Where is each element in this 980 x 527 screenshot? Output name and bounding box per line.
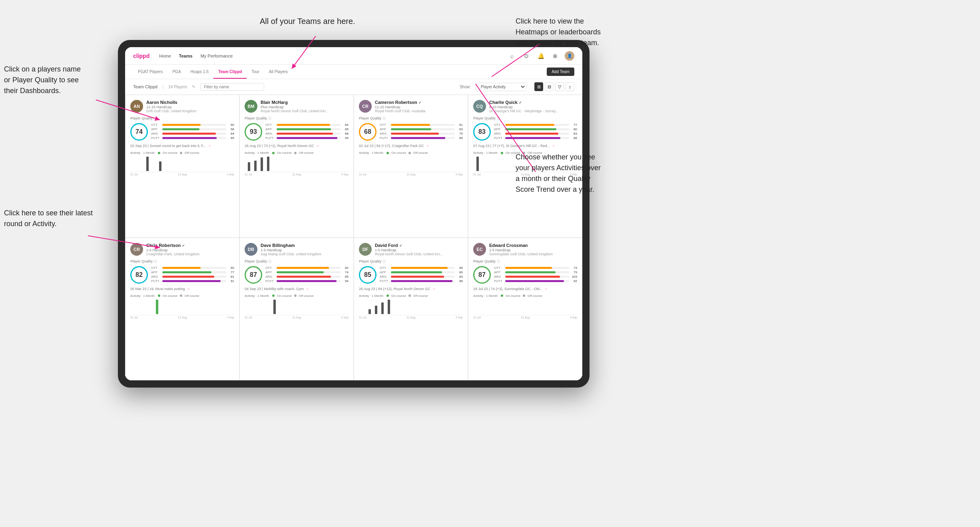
quality-circle[interactable]: 82: [130, 266, 148, 284]
latest-round[interactable]: 02 Sep 23 | Sunset round to get back int…: [130, 144, 234, 148]
player-club: Royal North Devon Golf Club, United Kin.…: [261, 109, 349, 113]
quality-section[interactable]: 82 OTT 60 APP 77 ARG 81 PUTT 91: [130, 266, 234, 284]
activity-title: Activity · 1 Month: [130, 151, 155, 155]
edit-icon[interactable]: ✎: [192, 84, 195, 89]
activity-section: Activity · 1 Month On course Off course …: [245, 151, 349, 176]
list-view-button[interactable]: ⊟: [545, 82, 554, 91]
tab-pga[interactable]: PGA: [167, 65, 185, 79]
player-name[interactable]: David Ford ✓: [375, 243, 463, 248]
tab-pgat-players[interactable]: PGAT Players: [133, 65, 167, 79]
activity-title: Activity · 1 Month: [359, 151, 383, 155]
view-icons: ⊞ ⊟ ▽ ↕: [534, 82, 574, 91]
latest-round[interactable]: 05 Mar 23 | 19, Must make putting →: [130, 287, 234, 291]
callout-teams: All of your Teams are here.: [260, 17, 355, 26]
avatar[interactable]: 👤: [565, 51, 574, 61]
player-card[interactable]: BM Blair McHarg Plus Handicap Royal Nort…: [239, 95, 354, 238]
sort-button[interactable]: ↕: [566, 82, 574, 91]
show-select[interactable]: Player Activity Quality Score Trend: [476, 83, 526, 91]
quality-circle[interactable]: 85: [359, 266, 376, 284]
quality-circle[interactable]: 87: [245, 266, 262, 284]
player-info: Aaron Nicholls 11-15 Handicap Drift Golf…: [146, 100, 234, 113]
nav-teams[interactable]: Teams: [179, 54, 193, 58]
activity-legend: On course Off course: [386, 151, 428, 155]
quality-label: Player Quality ⓘ: [130, 116, 234, 121]
player-name[interactable]: Blair McHarg: [261, 100, 349, 105]
tablet-frame: clippd Home Teams My Performance ⌕ ⊙ 🔔 ⊕…: [118, 40, 590, 388]
activity-header: Activity · 1 Month On course Off course: [359, 151, 463, 155]
player-card[interactable]: DF David Ford ✓ 1-5 Handicap Royal North…: [354, 238, 468, 381]
activity-section: Activity · 1 Month On course Off course …: [359, 294, 463, 319]
players-grid: AN Aaron Nicholls 11-15 Handicap Drift G…: [125, 95, 582, 380]
quality-section[interactable]: 87 OTT 73 APP 79 ARG 103 PUTT 92: [473, 266, 577, 284]
player-name[interactable]: Charlie Quick ✓: [489, 100, 577, 105]
stats-bars: OTT 82 APP 74 ARG 85 PUTT 94: [265, 266, 349, 284]
quality-section[interactable]: 93 OTT 84 APP 85 ARG 88 PUTT 95: [245, 123, 349, 141]
chart-labels: 31 Jul21 Aug4 Sep: [245, 173, 349, 176]
quality-circle[interactable]: 83: [473, 123, 491, 141]
grid-view-button[interactable]: ⊞: [534, 82, 543, 91]
chart-labels: 31 Jul21 Aug4 Sep: [245, 316, 349, 319]
bell-icon[interactable]: 🔔: [536, 51, 546, 61]
quality-section[interactable]: 68 OTT 61 APP 63 ARG 75 PUTT 85: [359, 123, 463, 141]
player-avatar: DF: [359, 243, 372, 256]
oncourse-dot: [386, 152, 389, 154]
team-count: 14 Players: [168, 85, 187, 89]
player-card[interactable]: CR Cameron Robertson ✓ 11-15 Handicap Ro…: [354, 95, 468, 238]
oncourse-dot: [158, 152, 160, 154]
quality-circle[interactable]: 87: [473, 266, 491, 284]
quality-section[interactable]: 83 OTT 77 APP 80 ARG 83 PUTT 86: [473, 123, 577, 141]
circle-icon[interactable]: ⊕: [550, 51, 560, 61]
add-team-button[interactable]: Add Team: [547, 68, 574, 76]
quality-circle[interactable]: 93: [245, 123, 262, 141]
search-icon[interactable]: ⌕: [507, 51, 517, 61]
user-icon[interactable]: ⊙: [522, 51, 531, 61]
player-name[interactable]: Edward Crossman: [489, 243, 577, 248]
activity-header: Activity · 1 Month On course Off course: [130, 151, 234, 155]
player-name[interactable]: Aaron Nicholls: [146, 100, 234, 105]
player-handicap: 6-10 Handicap: [489, 105, 577, 109]
quality-circle[interactable]: 68: [359, 123, 376, 141]
nav-performance[interactable]: My Performance: [201, 54, 233, 58]
player-club: Sunningdale Golf Club, United Kingdom: [489, 252, 577, 256]
filter-button[interactable]: ▽: [555, 82, 564, 91]
latest-round-arrow: →: [207, 144, 211, 148]
quality-section[interactable]: 74 OTT 60 APP 58 ARG 84 PUTT 85: [130, 123, 234, 141]
latest-round[interactable]: 04 Sep 23 | Mobility with coach, Gym →: [245, 287, 349, 291]
player-card[interactable]: DB Dave Billingham 1-5 Handicap Sag Main…: [239, 238, 354, 381]
tab-all-players[interactable]: All Players: [264, 65, 293, 79]
player-name[interactable]: Dave Billingham: [261, 243, 349, 248]
filter-input[interactable]: [200, 83, 264, 91]
latest-round[interactable]: 18 Jul 23 | 74 (+3), Sunningdale GC - Ol…: [473, 287, 577, 291]
activity-title: Activity · 1 Month: [245, 294, 269, 298]
quality-section[interactable]: 87 OTT 82 APP 74 ARG 85 PUTT 94: [245, 266, 349, 284]
chart-labels: 31 Jul21 Aug4 Sep: [359, 173, 463, 176]
player-avatar: CR: [130, 243, 143, 256]
offcourse-dot: [180, 152, 182, 154]
offcourse-dot: [408, 294, 411, 297]
stats-bars: OTT 60 APP 77 ARG 81 PUTT 91: [151, 266, 234, 284]
latest-round[interactable]: 07 Aug 23 | 77 (+7), St George's Hill GC…: [473, 144, 577, 148]
player-name[interactable]: Chris Robertson ✓: [146, 243, 234, 248]
oncourse-dot: [272, 294, 275, 297]
player-card[interactable]: AN Aaron Nicholls 11-15 Handicap Drift G…: [125, 95, 239, 238]
tab-hcaps[interactable]: Hcaps 1-5: [186, 65, 214, 79]
latest-round-arrow: →: [305, 287, 309, 291]
quality-circle[interactable]: 74: [130, 123, 148, 141]
quality-section[interactable]: 85 OTT 89 APP 80 ARG 83 PUTT 96: [359, 266, 463, 284]
activity-legend: On course Off course: [386, 294, 428, 298]
tab-team-clippd[interactable]: Team Clippd: [213, 65, 247, 79]
player-name[interactable]: Cameron Robertson ✓: [375, 100, 463, 105]
player-card[interactable]: EC Edward Crossman 1-5 Handicap Sunningd…: [468, 238, 582, 381]
latest-round[interactable]: 26 Aug 23 | 84 (+12), Royal North Devon …: [359, 287, 463, 291]
offcourse-dot: [294, 294, 297, 297]
latest-round-arrow: →: [544, 287, 548, 291]
player-card[interactable]: CR Chris Robertson ✓ 1-5 Handicap Craigm…: [125, 238, 239, 381]
activity-title: Activity · 1 Month: [473, 294, 498, 298]
latest-round[interactable]: 26 Aug 23 | 73 (+1), Royal North Devon G…: [245, 144, 349, 148]
latest-round[interactable]: 02 Jul 23 | 59 (+17), Craigmillar Park G…: [359, 144, 463, 148]
player-handicap: 11-15 Handicap: [375, 105, 463, 109]
chart-area: [359, 156, 463, 172]
callout-player-name: Click on a players nameor Player Quality…: [4, 64, 81, 96]
tab-tour[interactable]: Tour: [247, 65, 264, 79]
nav-home[interactable]: Home: [159, 54, 171, 58]
